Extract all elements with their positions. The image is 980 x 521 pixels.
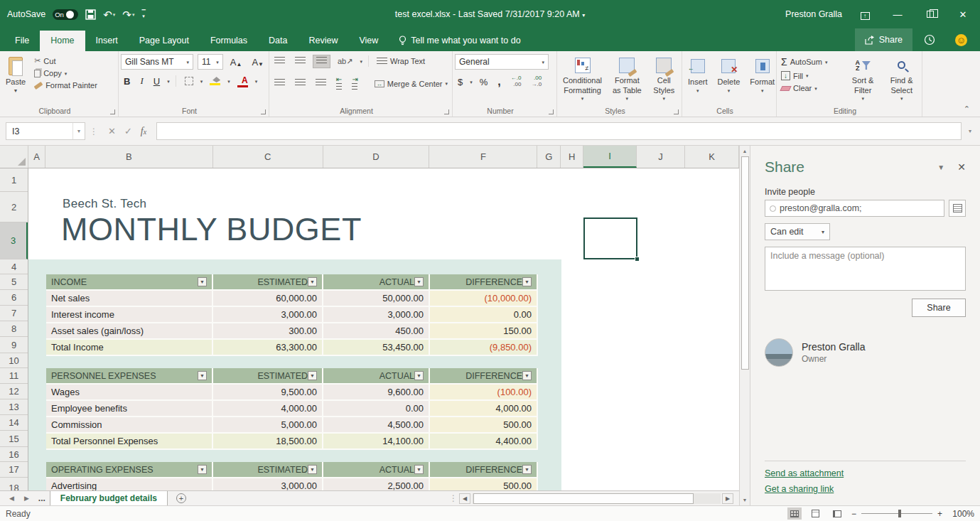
delete-cells-button[interactable]: ✕ Delete▾ <box>714 54 744 104</box>
format-painter-button[interactable]: Format Painter <box>32 80 99 90</box>
table-cell[interactable]: 9,500.00 <box>213 385 323 399</box>
collapse-ribbon-button[interactable]: ⌃ <box>954 102 980 117</box>
font-name-select[interactable]: Gill Sans MT▾ <box>121 54 193 70</box>
pane-close-button[interactable]: ✕ <box>950 161 966 173</box>
table-cell[interactable]: 18,500.00 <box>213 434 323 449</box>
table-cell[interactable]: Wages <box>46 385 213 399</box>
table-header-cell[interactable]: ESTIMATED▼ <box>213 462 323 477</box>
table-header-cell[interactable]: ACTUAL▼ <box>323 368 430 383</box>
cell-styles-button[interactable]: Cell Styles▾ <box>649 54 679 104</box>
tab-page-layout[interactable]: Page Layout <box>129 31 200 51</box>
table-header-cell[interactable]: ESTIMATED▼ <box>213 274 323 289</box>
feedback-button[interactable]: ☺ <box>947 28 976 51</box>
number-dialog-launcher[interactable] <box>549 109 554 114</box>
zoom-in-button[interactable]: + <box>937 509 942 519</box>
scroll-down-button[interactable]: ▼ <box>743 495 748 505</box>
row-header[interactable]: 6 <box>0 290 28 306</box>
table-cell[interactable]: 60,000.00 <box>213 291 323 306</box>
sort-filter-button[interactable]: AZ Sort & Filter▾ <box>845 54 881 104</box>
table-cell[interactable]: 4,000.00 <box>430 401 538 416</box>
top-align-button[interactable] <box>271 55 288 68</box>
align-right-button[interactable] <box>313 77 329 90</box>
prev-sheet-button[interactable]: ◀ <box>4 495 19 502</box>
message-textarea[interactable]: Include a message (optional) <box>765 247 966 291</box>
accounting-format-button[interactable]: $ <box>455 76 465 88</box>
name-box[interactable]: I3▾ <box>6 122 85 140</box>
row-header[interactable]: 17 <box>0 462 28 478</box>
table-header-cell[interactable]: ACTUAL▼ <box>323 462 430 477</box>
row-header[interactable]: 14 <box>0 415 28 431</box>
orientation-button[interactable]: ab↗ <box>335 55 355 68</box>
column-header[interactable]: D <box>323 146 430 168</box>
decrease-decimal-button[interactable]: .00→.0 <box>528 75 544 89</box>
table-cell[interactable]: 3,000.00 <box>213 478 323 490</box>
table-header-cell[interactable]: ESTIMATED▼ <box>213 368 323 383</box>
filter-button[interactable]: ▼ <box>522 465 532 474</box>
scroll-up-button[interactable]: ▲ <box>743 146 748 156</box>
row-header[interactable]: 1 <box>0 168 28 192</box>
autosum-button[interactable]: ΣAutoSum▾ <box>779 55 842 68</box>
fill-button[interactable]: ↓Fill▾ <box>779 70 842 81</box>
table-cell[interactable]: (10,000.00) <box>430 291 538 306</box>
select-all-button[interactable] <box>0 146 28 168</box>
table-cell[interactable]: Commission <box>46 417 213 432</box>
increase-font-size-button[interactable]: A▲ <box>227 56 245 68</box>
tell-me-box[interactable]: Tell me what you want to do <box>389 31 530 51</box>
filter-button[interactable]: ▼ <box>414 465 424 474</box>
filter-button[interactable]: ▼ <box>522 277 532 286</box>
merge-center-button[interactable]: ↔Merge & Center▾ <box>372 79 450 89</box>
column-header[interactable]: J <box>637 146 685 168</box>
align-center-button[interactable] <box>292 77 308 90</box>
table-header-cell[interactable]: DIFFERENCE▼ <box>430 368 538 383</box>
tab-splitter-handle[interactable]: ⋮ <box>449 493 458 503</box>
table-cell[interactable]: 500.00 <box>430 417 538 432</box>
zoom-out-button[interactable]: − <box>851 509 856 519</box>
page-layout-view-button[interactable] <box>809 507 823 520</box>
increase-indent-button[interactable]: ⇥ <box>349 73 360 94</box>
filter-button[interactable]: ▼ <box>308 277 317 286</box>
row-header[interactable]: 18 <box>0 478 28 490</box>
filter-button[interactable]: ▼ <box>414 277 424 286</box>
cut-button[interactable]: ✂Cut <box>32 55 99 66</box>
row-header[interactable]: 8 <box>0 321 28 337</box>
pane-options-button[interactable]: ▼ <box>932 163 950 171</box>
tab-review[interactable]: Review <box>298 31 348 51</box>
normal-view-button[interactable] <box>787 507 802 520</box>
table-header-cell[interactable]: DIFFERENCE▼ <box>430 462 538 477</box>
alignment-dialog-launcher[interactable] <box>444 109 449 114</box>
tab-home[interactable]: Home <box>40 31 85 51</box>
filter-button[interactable]: ▼ <box>414 371 424 380</box>
table-header-cell[interactable]: INCOME▼ <box>46 274 213 289</box>
table-cell[interactable]: Advertising <box>46 478 213 490</box>
undo-button[interactable]: ↶▾ <box>103 9 115 20</box>
more-sheets-button[interactable]: ... <box>34 493 50 503</box>
table-cell[interactable]: (100.00) <box>430 385 538 399</box>
enter-entry-button[interactable]: ✓ <box>124 126 132 136</box>
table-cell[interactable]: 500.00 <box>430 478 538 490</box>
font-size-select[interactable]: 11▾ <box>198 54 223 70</box>
font-dialog-launcher[interactable] <box>261 109 266 114</box>
table-cell[interactable]: 5,000.00 <box>213 417 323 432</box>
italic-button[interactable]: I <box>137 75 146 87</box>
vertical-scroll-thumb[interactable] <box>741 156 749 370</box>
formula-bar-handle[interactable]: ⋮ <box>90 127 98 136</box>
send-as-attachment-link[interactable]: Send as attachment <box>765 468 844 478</box>
table-cell[interactable]: 0.00 <box>323 401 430 416</box>
column-header[interactable]: B <box>45 146 213 168</box>
filter-button[interactable]: ▼ <box>308 465 317 474</box>
new-sheet-button[interactable]: + <box>176 493 186 503</box>
filter-button[interactable]: ▼ <box>198 465 207 474</box>
percent-style-button[interactable]: % <box>477 76 491 88</box>
restore-button[interactable] <box>920 9 940 20</box>
scroll-left-button[interactable]: ◀ <box>459 493 470 504</box>
column-header[interactable]: C <box>213 146 323 168</box>
next-sheet-button[interactable]: ▶ <box>19 495 34 502</box>
row-header[interactable]: 12 <box>0 384 28 399</box>
formula-input[interactable] <box>156 122 962 140</box>
insert-function-button[interactable]: fx <box>141 126 146 137</box>
styles-dialog-launcher[interactable] <box>674 109 679 114</box>
table-cell[interactable]: Employee benefits <box>46 401 213 416</box>
row-header[interactable]: 10 <box>0 353 28 368</box>
decrease-indent-button[interactable]: ⇤ <box>333 73 345 94</box>
address-book-button[interactable] <box>949 200 966 217</box>
